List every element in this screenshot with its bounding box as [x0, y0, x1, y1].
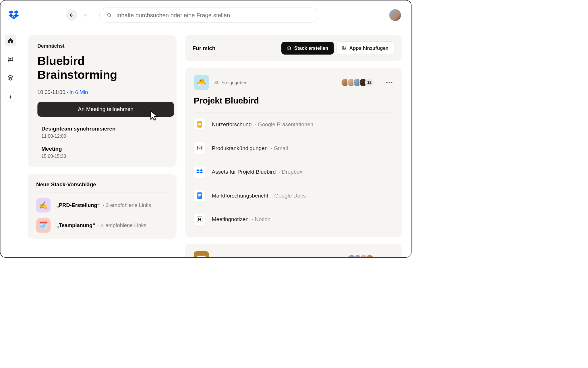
- shared-badge: Freigegeben: [214, 80, 247, 85]
- upcoming-event-title: Bluebird Brainstorming: [37, 54, 167, 81]
- svg-rect-4: [345, 49, 346, 50]
- stack-item[interactable]: Assets für Projekt Bluebird · Dropbox: [194, 160, 393, 184]
- user-avatar[interactable]: [389, 9, 401, 21]
- nav-forward-button: [79, 9, 90, 21]
- stack-item[interactable]: Meetingnotizen · Notion: [194, 208, 393, 231]
- dropbox-icon: [194, 166, 206, 178]
- stack-item[interactable]: Produktankündigungen · Gmail: [194, 136, 393, 160]
- more-options-button[interactable]: [386, 81, 393, 85]
- private-badge: Privat: [214, 256, 233, 257]
- lock-icon: [214, 256, 218, 257]
- svg-rect-10: [198, 123, 201, 125]
- people-icon: [214, 80, 218, 85]
- suggestion-row[interactable]: ✍️ „PRD-Erstellung“ · 3 empfohlene Links: [36, 198, 168, 212]
- stacks-icon: [287, 46, 291, 50]
- create-stack-button[interactable]: Stack erstellen: [281, 42, 334, 55]
- cursor-icon: [150, 110, 160, 122]
- writing-emoji-icon: ✍️: [36, 198, 51, 212]
- google-slides-icon: [194, 118, 206, 130]
- upcoming-card: Demnächst Bluebird Brainstorming 10:00-1…: [28, 35, 177, 167]
- svg-point-0: [108, 13, 111, 16]
- calendar-emoji-icon: 🗓️: [36, 218, 51, 233]
- stack-item[interactable]: Marktforschungsbericht · Google Docs: [194, 184, 393, 208]
- stack-card: ✉️ Privat: [185, 244, 402, 257]
- search-input[interactable]: [116, 12, 311, 18]
- svg-rect-13: [198, 195, 201, 196]
- upcoming-countdown: in 6 Min: [70, 89, 88, 95]
- upcoming-sub-event[interactable]: Designteam synchronisieren 11:00-12:00: [37, 126, 167, 139]
- google-docs-icon: [194, 190, 206, 202]
- stack-title: Projekt Bluebird: [194, 96, 393, 106]
- search-input-container[interactable]: [99, 8, 318, 23]
- apps-add-icon: [342, 46, 347, 50]
- upcoming-time: 10:00-11:00 · in 6 Min: [37, 89, 167, 95]
- member-avatars[interactable]: 12: [341, 78, 374, 87]
- upcoming-label: Demnächst: [37, 43, 167, 49]
- svg-point-7: [389, 82, 390, 83]
- sidebar-home[interactable]: [5, 34, 16, 46]
- member-count-badge: 12: [365, 78, 374, 87]
- upcoming-sub-event[interactable]: Meeting 15:00-15:30: [37, 146, 167, 159]
- svg-rect-3: [343, 49, 344, 50]
- envelope-emoji-icon: ✉️: [194, 251, 209, 257]
- for-me-header: Für mich Stack erstellen Apps hinzufügen: [185, 35, 402, 61]
- join-meeting-button[interactable]: An Meeting teilnehmen: [37, 102, 174, 117]
- svg-rect-2: [343, 47, 344, 48]
- nav-back-button[interactable]: [66, 9, 77, 21]
- sidebar-stacks[interactable]: [5, 72, 16, 83]
- gmail-icon: [194, 142, 206, 154]
- sidebar-add-button[interactable]: [6, 92, 16, 102]
- svg-point-8: [391, 82, 392, 83]
- dropbox-logo-icon[interactable]: [8, 10, 19, 20]
- stack-card: 🐣 Freigegeben 12: [185, 68, 402, 237]
- notion-icon: [194, 214, 206, 225]
- suggestion-row[interactable]: 🗓️ „Teamplanung“ · 4 empfohlene Links: [36, 218, 168, 233]
- for-me-heading: Für mich: [193, 45, 216, 51]
- search-icon: [107, 12, 112, 18]
- svg-rect-12: [198, 194, 201, 195]
- svg-point-6: [386, 82, 387, 83]
- more-options-button[interactable]: [386, 257, 393, 257]
- chick-emoji-icon: 🐣: [194, 75, 209, 90]
- svg-rect-14: [198, 197, 200, 197]
- add-apps-button[interactable]: Apps hinzufügen: [337, 41, 394, 55]
- stack-item[interactable]: Nutzerforschung · Google Präsentationen: [194, 112, 393, 136]
- stack-suggestions-heading: Neue Stack-Vorschläge: [36, 181, 168, 192]
- sidebar-chat[interactable]: [5, 53, 16, 65]
- member-avatars[interactable]: [347, 254, 374, 257]
- stack-suggestions-card: Neue Stack-Vorschläge ✍️ „PRD-Erstellung…: [28, 174, 177, 239]
- svg-point-5: [215, 81, 216, 82]
